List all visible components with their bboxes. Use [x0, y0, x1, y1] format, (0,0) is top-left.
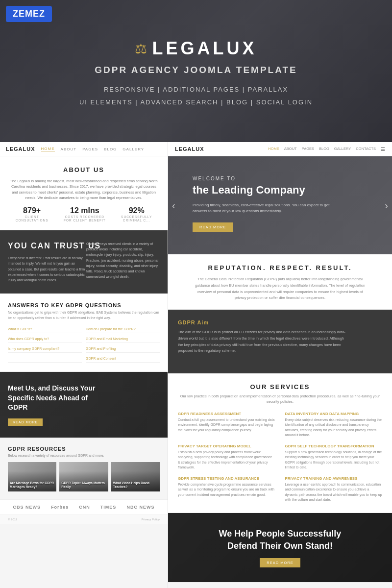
stat-consultations: 879+ CLIENTCONSULTATIONS [16, 206, 49, 222]
right-hero: ‹ Welcome to the Leading Company Providi… [168, 156, 392, 254]
resource-card-title-1: Are Marriage Bows for GDPR Marriages Rea… [10, 481, 54, 490]
gdpr-item-1[interactable]: What is GDPR? [8, 325, 82, 333]
hero-features: RESPONSIVE | ADDITIONAL PAGES | PARALLAX… [79, 83, 313, 109]
hero-logo: ⚖ LEGALUX [135, 38, 257, 59]
right-nav-blog[interactable]: BLOG [319, 147, 329, 152]
meet-banner-btn[interactable]: READ MORE [8, 418, 43, 426]
press-nbc: NBC NEWS [126, 505, 154, 510]
service-item-6: Privacy Training and Awareness Leverage … [285, 476, 383, 503]
gdpr-item-4[interactable]: GDPR and Email Marketing [86, 335, 160, 343]
gdpr-aim-title: GDPR Aim [178, 319, 382, 325]
main-wrapper: LEGALUX HOME ABOUT PAGES BLOG GALLERY AB… [0, 142, 392, 588]
service-title-1: GDPR Readiness Assessment [178, 412, 275, 416]
left-nav-pages[interactable]: PAGES [82, 147, 98, 151]
service-title-2: Data Inventory and Data Mapping [285, 412, 383, 416]
hero-section: ZEMEZ ⚖ LEGALUX GDPR AGENCY JOOMLA TEMPL… [0, 0, 392, 142]
service-text-3: Establish a new privacy policy and proce… [178, 450, 275, 470]
reputation-text: The General Data Protection Regulation (… [195, 276, 366, 301]
press-forbes: Forbes [51, 505, 69, 510]
press-cnn: CNN [79, 505, 90, 510]
stat-label-1: CLIENTCONSULTATIONS [16, 215, 49, 222]
zemez-badge: ZEMEZ [6, 6, 52, 22]
hero-brand-title: LEGALUX [152, 38, 257, 59]
trust-text-left: Every case is different. Past results ar… [8, 255, 86, 283]
footer-privacy[interactable]: Privacy Policy [142, 518, 160, 521]
services-section: OUR SERVICES Our law practice in both pr… [168, 373, 392, 513]
service-item-3: Privacy Target Operating Model Establish… [178, 444, 275, 470]
service-item-1: GDPR Readiness Assessment Conduct a full… [178, 412, 275, 438]
right-panel: LEGALUX HOME ABOUT PAGES BLOG GALLERY CO… [168, 142, 392, 588]
resource-card-2[interactable]: GDPR Topic: Always Matters Really [59, 462, 108, 491]
resource-card-3[interactable]: What Video Helps David Teaches? [111, 462, 160, 491]
left-nav-home[interactable]: HOME [41, 147, 55, 151]
press-section: CBS NEWS Forbes CNN TIMES NBC NEWS [0, 499, 168, 514]
scales-icon: ⚖ [135, 41, 147, 57]
trust-section: YOU CAN TRUST US Every case is different… [0, 230, 168, 294]
service-title-3: Privacy Target Operating Model [178, 444, 275, 448]
meet-banner: Meet Us, and Discuss Your Specific Needs… [0, 372, 168, 438]
right-nav-contacts[interactable]: CONTACTS [356, 147, 376, 152]
gdpr-item-8[interactable]: GDPR and Consent [86, 355, 160, 363]
trust-text-right: Our attorneys received clients in a vari… [86, 241, 160, 279]
right-hero-title: the Leading Company [193, 183, 382, 197]
right-hero-subtitle: Welcome to [193, 176, 382, 181]
services-title: OUR SERVICES [178, 383, 382, 391]
right-nav-about[interactable]: ABOUT [284, 147, 297, 152]
meet-team-section: MEET THE TEAM There's a reason that our … [168, 582, 392, 588]
gdpr-aim-section: GDPR Aim The aim of the GDPR is to prote… [168, 310, 392, 373]
service-item-2: Data Inventory and Data Mapping Every da… [285, 412, 383, 438]
meet-banner-title: Meet Us, and Discuss Your Specific Needs… [8, 384, 106, 413]
stat-label-3: SUCCESSFULLYCRIMINAL C... [121, 215, 152, 222]
service-text-6: Leverage a user-centric approach to comm… [285, 482, 383, 503]
service-title-6: Privacy Training and Awareness [285, 476, 383, 481]
stats-row: 879+ CLIENTCONSULTATIONS 12 mlns COSTS R… [8, 206, 160, 222]
gdpr-item-6[interactable]: GDPR and Profiling [86, 345, 160, 353]
gdpr-item-7 [8, 355, 82, 363]
left-footer: © 2019 Privacy Policy [0, 514, 168, 524]
service-text-2: Every data subject deserves risk-reducin… [285, 417, 383, 438]
gdpr-questions-title: ANSWERS TO KEY GDPR QUESTIONS [8, 302, 160, 308]
defend-btn[interactable]: READ MORE [260, 558, 300, 567]
left-logo: LEGALUX [6, 146, 35, 152]
stat-recovered: 12 mlns COSTS RECOVEREDFOR CLIENT BENEFI… [64, 206, 106, 222]
gdpr-item-3[interactable]: Who does GDPR apply to? [8, 335, 82, 343]
service-item-4: GDPR Self Technology Transformation Supp… [285, 444, 383, 470]
right-nav-pages[interactable]: PAGES [302, 147, 314, 152]
service-text-1: Conduct a full gap assessment to underst… [178, 417, 275, 433]
right-logo: LEGALUX [175, 146, 204, 152]
hero-next-arrow[interactable]: › [385, 200, 388, 211]
about-section: ABOUT US The Legalux is among the larges… [0, 156, 168, 230]
resource-card-title-3: What Video Helps David Teaches? [113, 481, 158, 490]
about-title: ABOUT US [8, 166, 160, 173]
hero-subtitle: GDPR AGENCY JOOMLA TEMPLATE [95, 65, 297, 75]
services-grid: GDPR Readiness Assessment Conduct a full… [178, 412, 382, 503]
stat-criminal: 92% SUCCESSFULLYCRIMINAL C... [121, 206, 152, 222]
footer-copyright: © 2019 [8, 518, 17, 521]
gdpr-item-5[interactable]: Is my company GDPR compliant? [8, 345, 82, 353]
right-nav-links: HOME ABOUT PAGES BLOG GALLERY CONTACTS ☰ [268, 147, 385, 152]
services-desc: Our law practice in both preparation and… [178, 393, 382, 405]
left-nav-gallery[interactable]: GALLERY [122, 147, 144, 151]
gdpr-item-2[interactable]: How do I prepare for the GDPR? [86, 325, 160, 333]
resource-card-title-2: GDPR Topic: Always Matters Really [61, 481, 106, 490]
service-text-5: Provide comprehensive cycle programme as… [178, 482, 275, 498]
service-item-5: GDPR Stress Testing and Assurance Provid… [178, 476, 275, 503]
right-nav-gallery[interactable]: GALLERY [334, 147, 351, 152]
gdpr-grid: What is GDPR? How do I prepare for the G… [8, 325, 160, 363]
right-nav-home[interactable]: HOME [268, 147, 279, 152]
left-navbar: LEGALUX HOME ABOUT PAGES BLOG GALLERY [0, 142, 168, 156]
hero-prev-arrow[interactable]: ‹ [172, 200, 175, 211]
defend-banner: We Help People SuccessfullyDefend Their … [168, 513, 392, 582]
left-nav-about[interactable]: ABOUT [61, 147, 77, 151]
stat-number-2: 12 mlns [64, 206, 106, 215]
press-cbs: CBS NEWS [13, 505, 41, 510]
left-nav-blog[interactable]: BLOG [104, 147, 117, 151]
defend-title: We Help People SuccessfullyDefend Their … [178, 528, 382, 552]
resources-section: GDPR RESOURCES Below research a variety … [0, 438, 168, 499]
right-hero-btn[interactable]: READ MORE [193, 222, 233, 232]
resource-card-1[interactable]: Are Marriage Bows for GDPR Marriages Rea… [8, 462, 56, 491]
menu-icon[interactable]: ☰ [381, 147, 385, 152]
gdpr-aim-text: The aim of the GDPR is to protect all EU… [178, 329, 349, 354]
gdpr-questions-section: ANSWERS TO KEY GDPR QUESTIONS No organiz… [0, 294, 168, 372]
about-text: The Legalux is among the largest, most w… [8, 178, 160, 200]
